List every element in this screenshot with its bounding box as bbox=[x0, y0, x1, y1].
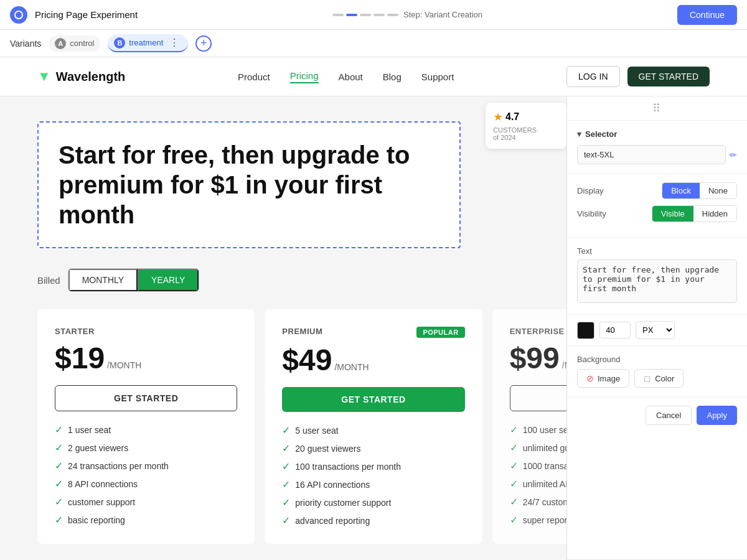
continue-button[interactable]: Continue bbox=[677, 5, 737, 25]
plan-price-starter: $19 /MONTH bbox=[55, 341, 237, 375]
visibility-hidden-btn[interactable]: Hidden bbox=[693, 206, 736, 222]
feature-item: ✓2 guest viewers bbox=[55, 442, 237, 454]
price-period-premium: /MONTH bbox=[334, 362, 369, 372]
feature-item: ✓advanced reporting bbox=[282, 515, 464, 526]
feature-item: ✓5 user seat bbox=[282, 424, 464, 436]
step-label: Step: Variant Creation bbox=[403, 10, 482, 19]
feature-item: ✓20 guest viewers bbox=[282, 442, 464, 454]
font-size-input[interactable] bbox=[599, 322, 631, 338]
app-icon-inner bbox=[14, 11, 23, 19]
pricing-card-premium: PREMIUM POPULAR $49 /MONTH GET STARTED ✓… bbox=[265, 309, 482, 544]
step-dot-5 bbox=[387, 14, 398, 16]
site-actions: LOG IN GET STARTED bbox=[566, 66, 710, 87]
plan-name-enterprise: ENTERPRISE bbox=[510, 327, 565, 336]
check-icon: ✓ bbox=[510, 442, 518, 454]
plan-price-premium: $49 /MONTH bbox=[282, 343, 464, 377]
check-icon: ✓ bbox=[510, 460, 518, 472]
variant-control-label: control bbox=[70, 39, 94, 48]
nav-blog[interactable]: Blog bbox=[383, 72, 402, 82]
check-icon: ✓ bbox=[55, 442, 63, 454]
variant-tab-control[interactable]: A control bbox=[49, 35, 100, 52]
variant-add-button[interactable]: + bbox=[195, 35, 212, 52]
logo-icon: ▼ bbox=[37, 68, 51, 85]
billing-yearly[interactable]: YEARLY bbox=[138, 269, 199, 291]
variant-badge-a: A bbox=[55, 38, 66, 49]
feature-item: ✓priority customer support bbox=[282, 497, 464, 508]
check-icon: ✓ bbox=[55, 424, 63, 436]
plan-name-premium: PREMIUM bbox=[282, 327, 322, 336]
feature-item: ✓customer support bbox=[55, 496, 237, 508]
star-rating: ★ 4.7 bbox=[493, 110, 559, 124]
check-icon: ✓ bbox=[510, 514, 518, 526]
check-icon: ✓ bbox=[282, 442, 290, 454]
display-block-btn[interactable]: Block bbox=[662, 183, 700, 198]
panel-display-section: Display Block None Visibility Visible Hi… bbox=[567, 174, 747, 238]
plan-cta-premium[interactable]: GET STARTED bbox=[282, 387, 464, 412]
bg-color-option[interactable]: ◻ Color bbox=[634, 369, 684, 388]
feature-item: ✓24 transactions per month bbox=[55, 460, 237, 472]
background-options: ⊘ Image ◻ Color bbox=[577, 369, 737, 388]
star-icon: ★ bbox=[493, 110, 503, 124]
selector-input[interactable] bbox=[577, 145, 726, 164]
right-panel: ⠿ ▾ Selector ✏ Display Block bbox=[566, 96, 747, 560]
nav-pricing[interactable]: Pricing bbox=[290, 70, 319, 83]
price-period-starter: /MONTH bbox=[107, 360, 141, 370]
nav-support[interactable]: Support bbox=[421, 72, 454, 82]
variant-tab-treatment[interactable]: B treatment ⋮ bbox=[108, 34, 188, 52]
display-btn-group: Block None bbox=[662, 182, 737, 199]
display-prop-row: Display Block None bbox=[577, 182, 737, 199]
check-icon: ✓ bbox=[55, 514, 63, 526]
page-content: Start for free, then upgrade to premium … bbox=[0, 96, 747, 560]
feature-list-premium: ✓5 user seat ✓20 guest viewers ✓100 tran… bbox=[282, 424, 464, 526]
font-row: PX EM REM bbox=[567, 315, 747, 346]
panel-background-section: Background ⊘ Image ◻ Color bbox=[567, 346, 747, 397]
logo-text: Wavelength bbox=[56, 70, 126, 84]
variant-more-icon[interactable]: ⋮ bbox=[167, 37, 182, 49]
price-amount-enterprise: $99 bbox=[510, 341, 560, 375]
popular-badge: POPULAR bbox=[416, 327, 464, 338]
variant-badge-b: B bbox=[114, 37, 125, 49]
plan-cta-starter[interactable]: GET STARTED bbox=[55, 385, 237, 411]
nav-about[interactable]: About bbox=[339, 72, 363, 82]
hero-section: Start for free, then upgrade to premium … bbox=[37, 121, 461, 248]
login-button[interactable]: LOG IN bbox=[566, 66, 619, 87]
bg-image-icon: ⊘ bbox=[586, 373, 594, 383]
visibility-visible-btn[interactable]: Visible bbox=[652, 206, 693, 222]
app-icon bbox=[10, 6, 27, 24]
rating-number: 4.7 bbox=[505, 111, 519, 123]
bg-color-label: Color bbox=[655, 374, 674, 383]
step-progress bbox=[332, 14, 398, 16]
bg-image-option[interactable]: ⊘ Image bbox=[577, 369, 629, 388]
billing-monthly[interactable]: MONTHLY bbox=[68, 269, 138, 291]
collapse-arrow-icon[interactable]: ▾ bbox=[577, 129, 581, 139]
review-year: of 2024 bbox=[493, 134, 559, 141]
cancel-button[interactable]: Cancel bbox=[646, 406, 692, 425]
edit-icon[interactable]: ✏ bbox=[730, 150, 737, 160]
top-bar-left: Pricing Page Experiment bbox=[10, 6, 138, 24]
page-title: Pricing Page Experiment bbox=[35, 9, 138, 20]
background-label: Background bbox=[577, 355, 737, 364]
feature-item: ✓8 API connections bbox=[55, 478, 237, 490]
billed-label: Billed bbox=[37, 275, 60, 286]
panel-selector-section: ▾ Selector ✏ bbox=[567, 121, 747, 174]
site-get-started-button[interactable]: GET STARTED bbox=[627, 67, 710, 86]
feature-item: ✓16 API connections bbox=[282, 478, 464, 490]
site-logo: ▼ Wavelength bbox=[37, 68, 125, 85]
variants-bar: Variants A control B treatment ⋮ + bbox=[0, 30, 747, 57]
price-amount-starter: $19 bbox=[55, 341, 105, 375]
apply-button[interactable]: Apply bbox=[697, 406, 737, 425]
card-header-premium: PREMIUM POPULAR bbox=[282, 327, 464, 338]
feature-list-starter: ✓1 user seat ✓2 guest viewers ✓24 transa… bbox=[55, 424, 237, 526]
display-none-btn[interactable]: None bbox=[700, 183, 736, 198]
check-icon: ✓ bbox=[282, 478, 290, 490]
font-unit-select[interactable]: PX EM REM bbox=[636, 321, 675, 339]
panel-selector-title: ▾ Selector bbox=[577, 129, 737, 139]
plan-name-starter: STARTER bbox=[55, 327, 95, 336]
font-color-swatch[interactable] bbox=[577, 322, 594, 339]
rating-label: CUSTOMERS bbox=[493, 126, 559, 134]
panel-drag-handle[interactable]: ⠿ bbox=[567, 96, 747, 121]
hero-text: Start for free, then upgrade to premium … bbox=[59, 140, 439, 230]
step-dot-2 bbox=[346, 14, 357, 16]
text-textarea[interactable]: Start for free, then upgrade to premium … bbox=[577, 259, 737, 303]
nav-product[interactable]: Product bbox=[238, 72, 270, 82]
